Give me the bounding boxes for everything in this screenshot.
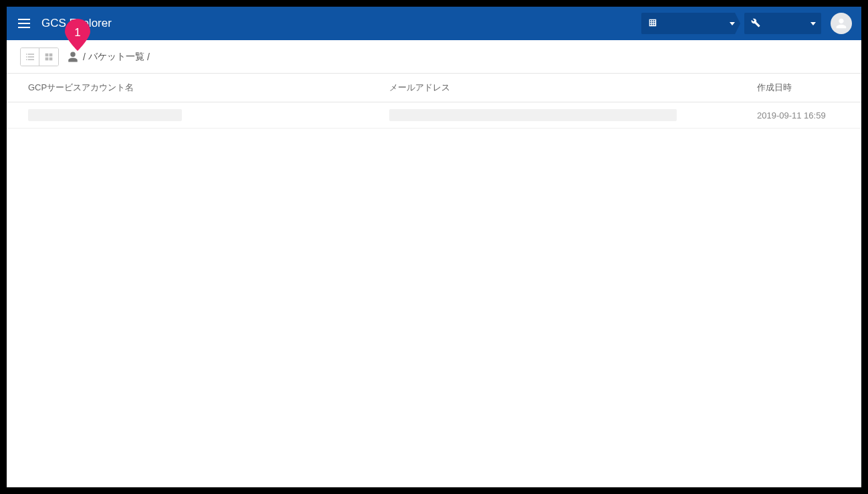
chevron-down-icon [810, 22, 816, 25]
building-icon [648, 18, 657, 29]
redacted-content [389, 109, 677, 121]
annotation-pin-number: 1 [65, 26, 90, 39]
annotation-pin-1: 1 [65, 19, 90, 51]
view-toggle [20, 48, 59, 66]
table-row[interactable]: 2019-09-11 16:59 [7, 102, 861, 129]
app-header: GCS Explorer 1 [7, 7, 861, 40]
breadcrumb-item[interactable]: バケット一覧 [88, 51, 144, 63]
cell-name [28, 109, 389, 121]
breadcrumb-separator: / [83, 52, 86, 62]
column-header-email[interactable]: メールアドレス [389, 82, 757, 94]
cell-email [389, 109, 757, 121]
grid-view-button[interactable] [39, 48, 58, 66]
breadcrumb: / バケット一覧 / [67, 51, 152, 63]
user-avatar[interactable] [831, 13, 852, 34]
list-view-button[interactable] [21, 48, 39, 66]
column-header-name[interactable]: GCPサービスアカウント名 [28, 82, 389, 94]
toolbar: / バケット一覧 / [7, 40, 861, 74]
wrench-icon [751, 18, 760, 29]
header-right [641, 13, 852, 34]
breadcrumb-separator: / [147, 52, 150, 62]
org-selector[interactable] [641, 13, 740, 34]
account-icon [67, 51, 79, 63]
cell-created: 2019-09-11 16:59 [757, 110, 840, 120]
table-header: GCPサービスアカウント名 メールアドレス 作成日時 [7, 74, 861, 102]
redacted-content [28, 109, 182, 121]
app-window: GCS Explorer 1 [7, 7, 861, 487]
column-header-created[interactable]: 作成日時 [757, 82, 840, 94]
tool-selector[interactable] [744, 13, 821, 34]
chevron-down-icon [730, 22, 735, 25]
menu-button[interactable] [16, 15, 32, 31]
